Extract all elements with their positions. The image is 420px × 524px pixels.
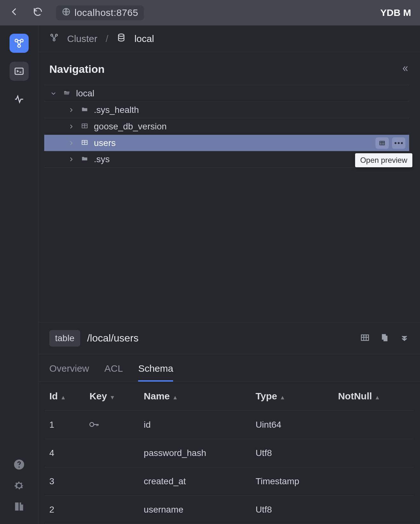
collapse-panel-button[interactable] bbox=[400, 64, 409, 74]
preview-grid-icon[interactable] bbox=[360, 333, 370, 344]
chevron-down-icon bbox=[49, 90, 58, 97]
cell-notnull bbox=[333, 439, 414, 467]
tree-item-label: users bbox=[94, 138, 116, 148]
folder-icon bbox=[80, 154, 89, 164]
cell-id: 4 bbox=[45, 439, 85, 467]
cell-notnull bbox=[333, 467, 414, 496]
col-type[interactable]: Type▲ bbox=[251, 382, 333, 411]
breadcrumb: Cluster / local bbox=[38, 25, 420, 52]
cell-type: Utf8 bbox=[251, 496, 333, 524]
rail-query-console[interactable] bbox=[10, 62, 29, 81]
chevron-right-icon bbox=[67, 140, 75, 147]
url-text: localhost:8765 bbox=[74, 7, 138, 18]
col-notnull[interactable]: NotNull▲ bbox=[333, 382, 414, 411]
schema-table-wrap: Id▲ Key▼ Name▲ Type▲ NotNull▲ 1idUint644… bbox=[38, 382, 420, 524]
address-bar[interactable]: localhost:8765 bbox=[56, 5, 144, 20]
database-icon bbox=[116, 33, 126, 45]
svg-point-16 bbox=[90, 423, 94, 427]
browser-bar: localhost:8765 YDB M bbox=[0, 0, 420, 25]
schema-table: Id▲ Key▼ Name▲ Type▲ NotNull▲ 1idUint644… bbox=[45, 382, 414, 524]
cell-key bbox=[85, 496, 139, 524]
folder-icon bbox=[80, 105, 89, 115]
tab-schema[interactable]: Schema bbox=[138, 363, 173, 382]
navigation-title: Navigation bbox=[49, 63, 105, 75]
svg-rect-19 bbox=[98, 424, 99, 426]
breadcrumb-sep: / bbox=[106, 33, 108, 44]
cell-name: created_at bbox=[139, 467, 251, 496]
table-icon bbox=[80, 121, 89, 132]
cell-key bbox=[85, 467, 139, 496]
table-row: 3created_atTimestamp bbox=[45, 467, 414, 496]
key-icon bbox=[89, 420, 99, 430]
tree-root-label: local bbox=[76, 88, 94, 99]
svg-point-10 bbox=[119, 34, 124, 37]
object-header: table /local/users bbox=[38, 322, 420, 354]
cell-key bbox=[85, 411, 139, 439]
back-button[interactable] bbox=[9, 6, 20, 19]
cell-name: password_hash bbox=[139, 439, 251, 467]
cell-type: Utf8 bbox=[251, 439, 333, 467]
cell-id: 2 bbox=[45, 496, 85, 524]
cell-type: Uint64 bbox=[251, 411, 333, 439]
table-row: 4password_hashUtf8 bbox=[45, 439, 414, 467]
svg-rect-4 bbox=[15, 68, 23, 74]
chevron-right-icon bbox=[67, 107, 75, 114]
chevron-right-icon bbox=[67, 123, 75, 130]
tree-item-selected[interactable]: users Open preview bbox=[44, 134, 409, 151]
tree-item[interactable]: goose_db_version bbox=[44, 118, 409, 134]
cell-key bbox=[85, 439, 139, 467]
tree-item[interactable]: .sys_health bbox=[44, 101, 409, 118]
svg-rect-18 bbox=[97, 424, 98, 426]
cluster-icon bbox=[49, 33, 59, 45]
cell-name: id bbox=[139, 411, 251, 439]
help-icon[interactable] bbox=[13, 459, 25, 472]
breadcrumb-cluster[interactable]: Cluster bbox=[67, 33, 97, 44]
breadcrumb-db[interactable]: local bbox=[134, 33, 154, 44]
tree-item-label: .sys bbox=[94, 154, 110, 164]
rail-monitoring[interactable] bbox=[10, 90, 29, 109]
cell-name: username bbox=[139, 496, 251, 524]
rail-cluster[interactable] bbox=[10, 34, 29, 53]
table-row: 2usernameUtf8 bbox=[45, 496, 414, 524]
svg-point-9 bbox=[53, 39, 55, 41]
cell-notnull bbox=[333, 496, 414, 524]
tree-root[interactable]: local bbox=[44, 85, 409, 101]
cell-notnull bbox=[333, 411, 414, 439]
col-name[interactable]: Name▲ bbox=[139, 382, 251, 411]
more-actions-button[interactable] bbox=[392, 137, 405, 149]
navigation-panel: Navigation local .sys_health bbox=[38, 52, 420, 322]
svg-point-6 bbox=[18, 466, 20, 468]
table-icon bbox=[80, 138, 89, 148]
chevron-right-icon bbox=[67, 156, 75, 163]
tab-overview[interactable]: Overview bbox=[49, 363, 89, 382]
svg-rect-17 bbox=[94, 424, 98, 425]
page-title: YDB M bbox=[380, 7, 411, 18]
tree-item[interactable]: .sys bbox=[44, 151, 409, 168]
cell-type: Timestamp bbox=[251, 467, 333, 496]
tab-acl[interactable]: ACL bbox=[104, 363, 123, 382]
object-tree: local .sys_health goose_db_version users bbox=[44, 85, 409, 168]
tooltip: Open preview bbox=[355, 153, 412, 167]
open-preview-button[interactable] bbox=[375, 137, 389, 149]
cell-id: 1 bbox=[45, 411, 85, 439]
object-path: /local/users bbox=[87, 332, 139, 344]
col-id[interactable]: Id▲ bbox=[45, 382, 85, 411]
svg-point-3 bbox=[18, 45, 21, 47]
table-head-row: Id▲ Key▼ Name▲ Type▲ NotNull▲ bbox=[45, 382, 414, 411]
tree-item-label: goose_db_version bbox=[94, 121, 167, 132]
expand-down-icon[interactable] bbox=[400, 333, 409, 344]
reload-button[interactable] bbox=[32, 6, 43, 19]
copy-path-icon[interactable] bbox=[380, 333, 389, 344]
table-row: 1idUint64 bbox=[45, 411, 414, 439]
tree-item-label: .sys_health bbox=[94, 105, 139, 115]
col-key[interactable]: Key▼ bbox=[85, 382, 139, 411]
object-type-badge: table bbox=[49, 330, 80, 347]
settings-icon[interactable] bbox=[13, 479, 25, 493]
folder-open-icon bbox=[63, 88, 71, 99]
logout-icon[interactable] bbox=[13, 500, 25, 514]
globe-icon bbox=[62, 7, 71, 18]
tabs: Overview ACL Schema bbox=[38, 354, 420, 382]
cell-id: 3 bbox=[45, 467, 85, 496]
side-rail bbox=[0, 25, 38, 524]
svg-rect-15 bbox=[383, 335, 388, 341]
